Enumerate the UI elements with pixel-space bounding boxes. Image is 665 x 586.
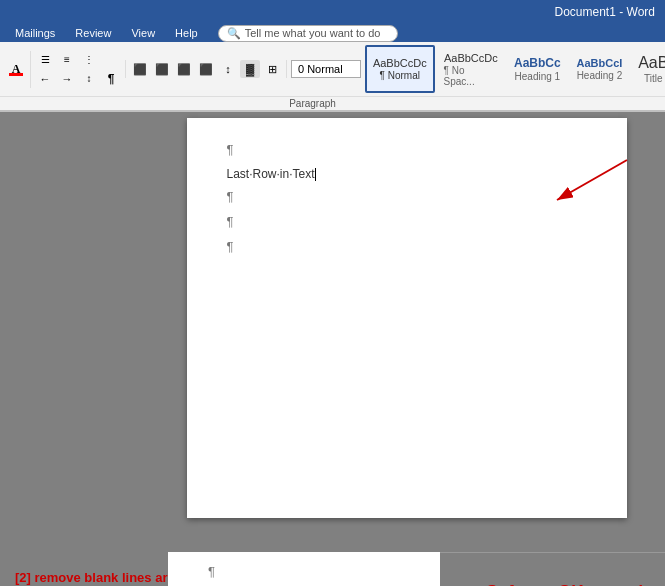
bullets-btn[interactable]: ☰ <box>35 51 55 69</box>
style-title-label: Title <box>644 73 663 84</box>
style-title-preview: AaB <box>638 54 665 72</box>
style-heading1-label: Heading 1 <box>515 71 561 82</box>
indent-increase-btn[interactable]: → <box>57 70 77 88</box>
align-right-btn[interactable]: ⬛ <box>174 60 194 78</box>
font-color-btn[interactable]: A <box>6 60 26 78</box>
page-container: ¶ Last·Row·in·Text ¶ ¶ ¶ [1] Use [Del Ke… <box>168 112 645 552</box>
sidebar-left <box>0 112 168 552</box>
style-dropdown-value: 0 Normal <box>298 63 343 75</box>
para-mark-2: ¶ <box>227 185 587 210</box>
text-row-1: Last·Row·in·Text <box>227 163 587 186</box>
title-text: Document1 - Word <box>555 5 655 19</box>
numbers-btn[interactable]: ≡ <box>57 51 77 69</box>
align-left-btn[interactable]: ⬛ <box>130 60 150 78</box>
line-spacing-btn[interactable]: ↕ <box>218 60 238 78</box>
style-normal[interactable]: AaBbCcDc ¶ Normal <box>365 45 435 93</box>
text-cursor <box>315 168 316 181</box>
style-nospacing-label: ¶ No Spac... <box>444 65 499 87</box>
style-heading2[interactable]: AaBbCcI Heading 2 <box>570 45 630 93</box>
tab-help[interactable]: Help <box>165 24 208 42</box>
search-placeholder: Tell me what you want to do <box>245 27 381 39</box>
align-center-btn[interactable]: ⬛ <box>152 60 172 78</box>
style-heading1[interactable]: AaBbCc Heading 1 <box>507 45 567 93</box>
page-bottom: ¶ ¶ ¶ <box>168 552 440 586</box>
para-mark-4: ¶ <box>227 235 587 260</box>
style-heading2-label: Heading 2 <box>577 70 623 81</box>
style-normal-label: ¶ Normal <box>380 70 420 81</box>
website-label: www.SoftwareOK.com :-) <box>443 582 645 586</box>
para-mark-b1: ¶ <box>208 560 400 585</box>
font-color-group: A <box>6 60 26 78</box>
paragraph-section-label: Paragraph <box>289 98 336 109</box>
show-formatting-btn[interactable]: ¶ <box>101 70 121 88</box>
style-heading2-preview: AaBbCcI <box>577 57 623 69</box>
indent-decrease-btn[interactable]: ← <box>35 70 55 88</box>
para-mark-1: ¶ <box>227 138 587 163</box>
bottom-area: [2] remove blank lines are inserted at t… <box>0 552 665 586</box>
styles-gallery: AaBbCcDc ¶ Normal AaBbCcDc ¶ No Spac... … <box>365 45 665 93</box>
style-title[interactable]: AaB Title <box>631 45 665 93</box>
style-dropdown[interactable]: 0 Normal <box>291 60 361 78</box>
multilevel-btn[interactable]: ⋮ <box>79 51 99 69</box>
alignment-group: ⬛ ⬛ ⬛ ⬛ ↕ ▓ ⊞ <box>125 60 282 78</box>
right-margin <box>645 112 665 552</box>
style-normal-preview: AaBbCcDc <box>373 57 427 69</box>
ribbon-tabs: Mailings Review View Help 🔍 Tell me what… <box>0 24 665 42</box>
word-page[interactable]: ¶ Last·Row·in·Text ¶ ¶ ¶ [1] Use [Del Ke… <box>187 118 627 518</box>
search-icon: 🔍 <box>227 27 241 40</box>
shading-btn[interactable]: ▓ <box>240 60 260 78</box>
tab-view[interactable]: View <box>121 24 165 42</box>
style-selector-area: 0 Normal <box>286 60 361 78</box>
tab-mailings[interactable]: Mailings <box>5 24 65 42</box>
border-btn[interactable]: ⊞ <box>262 60 282 78</box>
style-nospacing-preview: AaBbCcDc <box>444 52 498 64</box>
style-nospacing[interactable]: AaBbCcDc ¶ No Spac... <box>437 45 506 93</box>
style-heading1-preview: AaBbCc <box>514 56 561 70</box>
para-mark-3: ¶ <box>227 210 587 235</box>
document-area: ¶ Last·Row·in·Text ¶ ¶ ¶ [1] Use [Del Ke… <box>0 112 665 552</box>
list-group: ☰ ≡ ⋮ ← → ↕ ¶ <box>30 51 121 88</box>
text-content: Last·Row·in·Text <box>227 167 315 181</box>
title-bar: Document1 - Word <box>0 0 665 24</box>
sort-btn[interactable]: ↕ <box>79 70 99 88</box>
tab-review[interactable]: Review <box>65 24 121 42</box>
align-justify-btn[interactable]: ⬛ <box>196 60 216 78</box>
